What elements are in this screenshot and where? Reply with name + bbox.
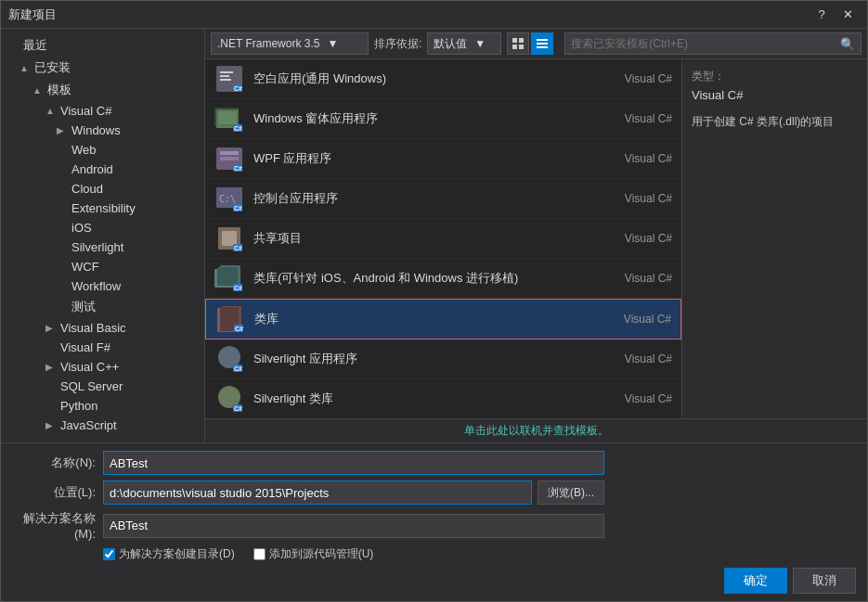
info-description: 用于创建 C# 类库(.dll)的项目 (692, 113, 858, 131)
sidebar-item-windows[interactable]: ▶ Windows (1, 121, 204, 140)
template-item[interactable]: C:\ C# 控制台应用程序 Visual C# (205, 179, 681, 219)
sidebar-item-installed[interactable]: ▲ 已安装 (1, 57, 204, 79)
browse-button[interactable]: 浏览(B)... (538, 480, 604, 505)
svg-text:C#: C# (235, 326, 243, 332)
ok-button[interactable]: 确定 (724, 568, 787, 594)
template-item[interactable]: C# 共享项目 Visual C# (205, 219, 681, 259)
svg-rect-19 (220, 151, 239, 155)
right-panel: 类型： Visual C# 用于创建 C# 类库(.dll)的项目 (681, 59, 867, 418)
template-item[interactable]: C# Silverlight 类库 Visual C# (205, 379, 681, 418)
template-lang-1: Visual C# (607, 72, 672, 85)
sidebar-item-android[interactable]: Android (1, 160, 204, 179)
svg-text:C#: C# (234, 125, 242, 132)
svg-rect-1 (519, 38, 524, 43)
add-source-checkbox[interactable] (253, 548, 266, 560)
name-row: 名称(N): (12, 451, 856, 475)
title-bar: 新建项目 ? ✕ (1, 1, 867, 29)
sidebar-item-visual-csharp-label: Visual C# (60, 104, 111, 118)
sidebar-item-templates[interactable]: ▲ 模板 (1, 79, 204, 101)
sort-dropdown[interactable]: 默认值 ▼ (427, 32, 501, 55)
svg-rect-3 (519, 45, 524, 49)
sidebar-item-silverlight[interactable]: Silverlight (1, 237, 204, 257)
sidebar-item-workflow-label: Workflow (71, 279, 121, 293)
template-item[interactable]: C# 空白应用(通用 Windows) Visual C# (205, 59, 681, 99)
template-name-7: 类库 (254, 311, 597, 327)
main-content: 最近 ▲ 已安装 ▲ 模板 ▲ Visual C# ▶ Windows Web (1, 29, 867, 442)
help-button[interactable]: ? (810, 6, 834, 24)
name-input[interactable] (103, 451, 604, 475)
template-item[interactable]: C# WPF 应用程序 Visual C# (205, 139, 681, 179)
sidebar-item-visual-csharp[interactable]: ▲ Visual C# (1, 101, 204, 121)
installed-expand-icon: ▲ (19, 63, 31, 73)
template-item[interactable]: C# 类库(可针对 iOS、Android 和 Windows 进行移植) Vi… (205, 259, 681, 299)
sidebar-item-recent[interactable]: 最近 (1, 34, 204, 57)
view-icons (507, 32, 553, 55)
online-link[interactable]: 单击此处以联机并查找模板。 (464, 424, 609, 437)
svg-text:C#: C# (234, 285, 242, 291)
template-name-5: 共享项目 (253, 230, 598, 247)
javascript-expand-icon: ▶ (45, 420, 57, 430)
template-icon-7: C# (215, 304, 245, 334)
sidebar-item-visual-cpp[interactable]: ▶ Visual C++ (1, 357, 204, 377)
framework-dropdown[interactable]: .NET Framework 3.5 ▼ (211, 32, 369, 55)
sidebar-item-cloud[interactable]: Cloud (1, 179, 204, 199)
sidebar-item-windows-label: Windows (71, 123, 121, 137)
sidebar-item-ios[interactable]: iOS (1, 218, 204, 237)
svg-text:C#: C# (234, 165, 242, 172)
visual-csharp-expand-icon: ▲ (45, 106, 57, 116)
create-dir-label: 为解决方案创建目录(D) (119, 546, 235, 562)
sidebar-item-python[interactable]: Python (1, 396, 204, 416)
online-link-bar: 单击此处以联机并查找模板。 (205, 418, 867, 442)
svg-text:C#: C# (234, 365, 242, 372)
location-label: 位置(L): (12, 484, 96, 501)
framework-label: .NET Framework 3.5 (217, 37, 319, 50)
sidebar-item-wcf[interactable]: WCF (1, 257, 204, 276)
sidebar-item-web[interactable]: Web (1, 140, 204, 160)
svg-rect-6 (537, 46, 548, 48)
template-icon-9: C# (214, 384, 244, 414)
sidebar-item-test[interactable]: 测试 (1, 296, 204, 318)
template-lang-2: Visual C# (607, 112, 672, 125)
close-button[interactable]: ✕ (836, 6, 860, 24)
sidebar-item-visual-fsharp-label: Visual F# (60, 340, 110, 354)
svg-rect-33 (217, 267, 238, 286)
create-dir-checkbox[interactable] (103, 548, 115, 560)
template-name-8: Silverlight 应用程序 (253, 351, 598, 367)
sort-arrow-icon: ▼ (474, 37, 486, 50)
checkboxes-group: 为解决方案创建目录(D) 添加到源代码管理(U) (103, 546, 856, 562)
solution-input[interactable] (103, 514, 604, 538)
cancel-button[interactable]: 取消 (793, 568, 856, 594)
sidebar-item-javascript[interactable]: ▶ JavaScript (1, 416, 204, 435)
svg-rect-9 (220, 75, 229, 77)
create-dir-checkbox-label[interactable]: 为解决方案创建目录(D) (103, 546, 235, 562)
visual-basic-expand-icon: ▶ (45, 323, 57, 333)
add-source-label: 添加到源代码管理(U) (269, 546, 374, 562)
sidebar-item-workflow[interactable]: Workflow (1, 276, 204, 296)
visual-cpp-expand-icon: ▶ (45, 362, 57, 372)
template-item-selected[interactable]: C# 类库 Visual C# (205, 299, 681, 339)
sidebar-item-extensibility[interactable]: Extensibility (1, 199, 204, 218)
template-item[interactable]: C# Silverlight 应用程序 Visual C# (205, 339, 681, 379)
template-name-6: 类库(可针对 iOS、Android 和 Windows 进行移植) (253, 270, 598, 287)
add-source-checkbox-label[interactable]: 添加到源代码管理(U) (253, 546, 374, 562)
svg-rect-5 (537, 43, 548, 45)
grid-view-button[interactable] (507, 32, 529, 55)
sidebar-item-web-label: Web (71, 143, 97, 157)
info-type-label: 类型： (692, 69, 858, 84)
sidebar-item-javascript-label: JavaScript (60, 418, 117, 432)
sidebar-item-wcf-label: WCF (71, 260, 99, 274)
list-view-button[interactable] (531, 32, 553, 55)
svg-rect-28 (222, 231, 237, 246)
grid-icon (512, 37, 525, 50)
sidebar: 最近 ▲ 已安装 ▲ 模板 ▲ Visual C# ▶ Windows Web (1, 29, 205, 442)
template-icon-2: C# (214, 104, 244, 134)
info-type-value: Visual C# (692, 88, 858, 102)
sidebar-item-sql-server[interactable]: SQL Server (1, 377, 204, 396)
sidebar-item-visual-fsharp[interactable]: Visual F# (1, 338, 204, 357)
template-name-4: 控制台应用程序 (253, 190, 598, 207)
location-input[interactable] (103, 480, 532, 505)
dialog-title: 新建项目 (8, 6, 57, 23)
sidebar-item-visual-basic[interactable]: ▶ Visual Basic (1, 318, 204, 338)
template-item[interactable]: C# Windows 窗体应用程序 Visual C# (205, 99, 681, 139)
search-input[interactable] (571, 37, 836, 50)
